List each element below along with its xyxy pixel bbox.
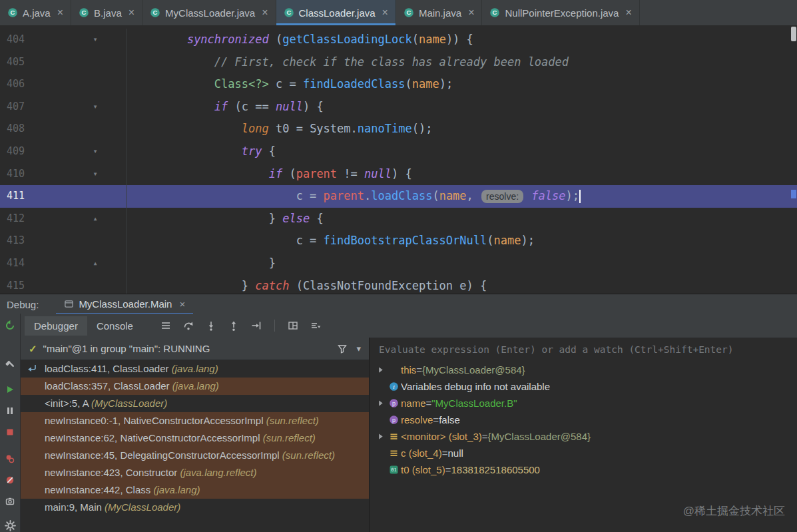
- layout-grid-icon[interactable]: [287, 320, 299, 332]
- line-number[interactable]: 414: [0, 252, 45, 275]
- tab-close-icon[interactable]: ×: [625, 7, 631, 18]
- stack-frame[interactable]: newInstance:423, Constructor (java.lang.…: [21, 464, 369, 481]
- thread-dump-icon[interactable]: [3, 494, 17, 509]
- pause-icon[interactable]: [3, 403, 17, 418]
- editor-tab-a-java[interactable]: CA.java×: [0, 0, 71, 25]
- view-options-icon[interactable]: [310, 320, 322, 332]
- line-number[interactable]: 412: [0, 208, 45, 230]
- step-out-icon[interactable]: [228, 320, 240, 332]
- editor-tab-b-java[interactable]: CB.java×: [71, 0, 142, 25]
- debug-toolbar: DebuggerConsole: [21, 314, 797, 338]
- gutter-space: [45, 51, 87, 74]
- view-breakpoints-icon[interactable]: [3, 451, 17, 466]
- tab-close-icon[interactable]: ×: [262, 7, 268, 18]
- step-into-icon[interactable]: [205, 320, 217, 332]
- frame-location: (java.lang): [172, 363, 218, 374]
- step-over-icon[interactable]: [182, 320, 194, 332]
- code-line: 413 c = findBootstrapClassOrNull(name);: [0, 230, 797, 252]
- debug-session-tab[interactable]: MyClassLoader.Main ×: [56, 294, 193, 314]
- evaluate-expression-input[interactable]: [378, 344, 789, 356]
- svg-text:01: 01: [391, 467, 396, 473]
- settings-icon[interactable]: [3, 518, 17, 532]
- debug-label: Debug:: [7, 299, 39, 310]
- fold-marker-icon[interactable]: ▾: [87, 29, 104, 51]
- stack-frame[interactable]: loadClass:357, ClassLoader (java.lang): [21, 378, 369, 395]
- line-number[interactable]: 407: [0, 96, 45, 119]
- scrollbar-thumb[interactable]: [791, 27, 796, 41]
- tab-close-icon[interactable]: ×: [468, 7, 474, 18]
- stack-frame[interactable]: main:9, Main (MyClassLoader): [21, 499, 369, 516]
- menu-icon[interactable]: [160, 320, 172, 332]
- gutter-space: [45, 73, 87, 96]
- fold-marker-empty: [87, 118, 104, 140]
- mute-breakpoints-icon[interactable]: [3, 473, 17, 487]
- variable-row[interactable]: c (slot_4) = null: [370, 445, 797, 461]
- variable-row[interactable]: pname = "MyClassLoader.B": [370, 395, 797, 411]
- code-line: 404▾ synchronized (getClassLoadingLock(n…: [0, 29, 797, 51]
- run-to-cursor-icon[interactable]: [250, 320, 262, 332]
- stack-frame[interactable]: newInstance:442, Class (java.lang): [21, 481, 369, 499]
- stack-frame[interactable]: newInstance:62, NativeConstructorAccesso…: [21, 429, 369, 447]
- stack-frame[interactable]: loadClass:411, ClassLoader (java.lang): [21, 360, 369, 378]
- code-editor[interactable]: 404▾ synchronized (getClassLoadingLock(n…: [0, 25, 797, 294]
- filter-funnel-icon[interactable]: [338, 344, 347, 354]
- expand-chevron-icon[interactable]: [375, 399, 386, 407]
- frame-location: (java.lang.reflect): [180, 467, 256, 478]
- frame-text: newInstance:62, NativeConstructorAccesso…: [45, 432, 263, 443]
- line-number[interactable]: 415: [0, 275, 45, 294]
- gutter-separator: [104, 51, 127, 74]
- code-line: 415 } catch (ClassNotFoundException e) {: [0, 275, 797, 294]
- stop-icon[interactable]: [3, 425, 17, 439]
- fold-marker-icon[interactable]: ▾: [87, 163, 104, 186]
- thread-selector[interactable]: ✓ "main"@1 in group "main": RUNNING ▾: [21, 338, 369, 360]
- variable-row[interactable]: 01t0 (slot_5) = 1838182518605500: [370, 461, 797, 478]
- gutter-space: [45, 96, 87, 119]
- field-icon: [386, 448, 401, 458]
- tab-close-icon[interactable]: ×: [57, 7, 63, 18]
- code-text: }: [127, 252, 276, 275]
- editor-tab-main-java[interactable]: CMain.java×: [396, 0, 483, 25]
- tab-console[interactable]: Console: [87, 316, 142, 336]
- field-icon: [386, 431, 401, 441]
- fold-marker-icon[interactable]: ▾: [87, 96, 104, 119]
- expand-chevron-icon[interactable]: [375, 433, 386, 440]
- expand-chevron-icon[interactable]: [375, 366, 386, 374]
- gutter-space: [45, 275, 87, 294]
- editor-tab-nullpointerexception-java[interactable]: CNullPointerException.java×: [482, 0, 639, 25]
- frame-location: (java.lang): [172, 380, 219, 392]
- rerun-icon[interactable]: [3, 318, 17, 333]
- line-number[interactable]: 406: [0, 73, 45, 96]
- editor-tab-classloader-java[interactable]: CClassLoader.java×: [276, 0, 396, 25]
- build-icon[interactable]: [3, 357, 17, 372]
- line-number[interactable]: 413: [0, 230, 45, 252]
- fold-marker-icon[interactable]: ▾: [87, 140, 104, 163]
- line-number[interactable]: 409: [0, 140, 45, 163]
- tab-close-icon[interactable]: ×: [382, 7, 388, 18]
- session-tab-close-icon[interactable]: ×: [179, 298, 185, 310]
- fold-marker-icon[interactable]: ▴: [87, 208, 104, 230]
- editor-tab-myclassloader-java[interactable]: CMyClassLoader.java×: [142, 0, 276, 25]
- line-number[interactable]: 404: [0, 29, 45, 51]
- fold-marker-empty: [87, 275, 104, 294]
- fold-marker-icon[interactable]: ▴: [87, 252, 104, 275]
- debug-info-row[interactable]: iVariables debug info not available: [370, 378, 797, 395]
- stack-frame[interactable]: newInstance0:-1, NativeConstructorAccess…: [21, 412, 369, 429]
- stack-frame[interactable]: newInstance:45, DelegatingConstructorAcc…: [21, 447, 369, 464]
- variable-row[interactable]: this = {MyClassLoader@584}: [370, 362, 797, 378]
- editor-scrollbar[interactable]: [790, 25, 797, 294]
- tab-close-icon[interactable]: ×: [129, 7, 134, 18]
- line-number[interactable]: 410: [0, 163, 45, 186]
- frame-text: <init>:5, A: [45, 398, 91, 409]
- variable-row[interactable]: <monitor> (slot_3) = {MyClassLoader@584}: [370, 428, 797, 445]
- gutter-separator: [104, 185, 127, 208]
- class-icon: C: [284, 7, 294, 18]
- stack-frame[interactable]: <init>:5, A (MyClassLoader): [21, 395, 369, 412]
- chevron-down-icon[interactable]: ▾: [356, 344, 361, 354]
- variable-row[interactable]: presolve = false: [370, 411, 797, 428]
- line-number[interactable]: 411: [0, 185, 45, 208]
- resume-icon[interactable]: [3, 382, 17, 397]
- line-number[interactable]: 405: [0, 51, 45, 74]
- gutter-separator: [104, 118, 127, 140]
- tab-debugger[interactable]: Debugger: [25, 316, 87, 336]
- line-number[interactable]: 408: [0, 118, 45, 140]
